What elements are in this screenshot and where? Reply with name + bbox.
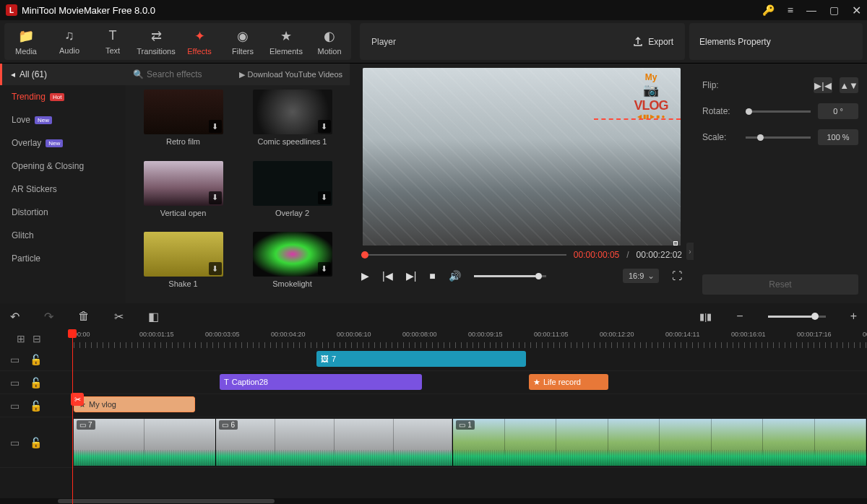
category-item[interactable]: LoveNew	[0, 108, 126, 131]
tab-motion[interactable]: ◐Motion	[308, 26, 351, 57]
time-ruler[interactable]: 00:0000:00:01:1500:00:03:0500:00:04:2000…	[58, 329, 867, 348]
category-item[interactable]: Glitch	[0, 224, 126, 247]
preview-viewport[interactable]: My 📷 VLOG ◀ ▮▮ ▶ ■ ●	[363, 68, 681, 246]
tab-filters[interactable]: ◉Filters	[221, 26, 264, 57]
timeline-collapse-button[interactable]: ⊟	[33, 333, 41, 344]
crop-button[interactable]: ◧	[148, 310, 159, 323]
zoom-slider[interactable]	[768, 316, 826, 318]
vlog-sticker-overlay[interactable]: My 📷 VLOG ◀ ▮▮ ▶ ■ ●	[626, 72, 676, 123]
download-icon[interactable]: ⬇	[318, 120, 331, 133]
prev-frame-button[interactable]: |◀	[382, 270, 393, 282]
seek-bar[interactable]	[361, 254, 566, 256]
delete-button[interactable]: 🗑	[78, 310, 90, 323]
volume-icon[interactable]: 🔊	[449, 270, 461, 282]
menu-icon[interactable]: ≡	[788, 4, 793, 16]
download-icon[interactable]: ⬇	[318, 191, 331, 204]
zoom-in-button[interactable]: +	[850, 310, 857, 323]
lock-icon[interactable]: 🔓	[30, 400, 42, 412]
video-clip[interactable]: ▭7	[74, 419, 216, 466]
close-button[interactable]: ✕	[852, 4, 861, 17]
effects-browser: 🔍 ▶ Download YouTube Videos ⬇Retro film⬇…	[126, 64, 350, 303]
lock-icon[interactable]: 🔓	[30, 354, 42, 365]
lock-icon[interactable]: 🔓	[30, 437, 42, 448]
star-icon: ★	[533, 378, 540, 387]
selected-clip[interactable]: ★My vlog	[74, 396, 195, 412]
category-item[interactable]: Distortion	[0, 201, 126, 224]
track-type-icon: ▭	[10, 437, 20, 448]
volume-slider[interactable]	[474, 275, 546, 277]
timeline-add-button[interactable]: ⊞	[17, 333, 25, 344]
lock-icon[interactable]: 🔓	[30, 377, 42, 388]
fit-button[interactable]: ▮|▮	[699, 311, 712, 322]
category-item[interactable]: Opening & Closing	[0, 155, 126, 178]
youtube-icon: ▶	[239, 70, 245, 79]
resize-handle[interactable]	[673, 241, 678, 246]
scale-value[interactable]: 100 %	[818, 129, 858, 145]
category-sidebar: ◂ All (61) TrendingHotLoveNewOverlayNewO…	[0, 64, 126, 303]
effect-thumb[interactable]: ⬇Shake 1	[133, 232, 233, 299]
sparkle-icon: ✦	[194, 28, 205, 44]
stop-button[interactable]: ■	[429, 270, 435, 282]
tab-transitions[interactable]: ⇄Transitions	[134, 26, 178, 57]
download-icon[interactable]: ⬇	[209, 191, 222, 204]
text-clip[interactable]: TCaption28	[220, 374, 422, 390]
youtube-download-link[interactable]: ▶ Download YouTube Videos	[239, 70, 343, 79]
flip-horizontal-button[interactable]: ▶|◀	[814, 77, 832, 93]
timeline-scrollbar[interactable]	[0, 498, 867, 504]
aspect-select[interactable]: 16:9	[623, 269, 659, 283]
effect-thumb[interactable]: ⬇Vertical open	[133, 161, 233, 228]
top-toolbar: 📁Media♫AudioTText⇄Transitions✦Effects◉Fi…	[0, 20, 867, 64]
rotate-label: Rotate:	[702, 106, 738, 116]
element-clip[interactable]: ★Life record	[529, 374, 608, 390]
film-icon: ▭	[79, 421, 86, 429]
flip-label: Flip:	[702, 80, 738, 90]
rotate-slider[interactable]	[746, 110, 811, 113]
effect-thumb[interactable]: ⬇Retro film	[133, 90, 233, 157]
video-clip[interactable]: ▭1	[453, 419, 867, 466]
split-button[interactable]: ✂	[114, 310, 124, 323]
category-all[interactable]: ◂ All (61)	[0, 64, 126, 85]
play-button[interactable]: ▶	[361, 270, 369, 282]
reset-button[interactable]: Reset	[702, 274, 858, 295]
export-button[interactable]: Export	[632, 36, 673, 48]
category-item[interactable]: AR Stickers	[0, 178, 126, 201]
player-header: Player Export	[360, 23, 685, 60]
category-item[interactable]: Particle	[0, 247, 126, 270]
image-clip[interactable]: 🖼7	[316, 351, 526, 367]
tab-effects[interactable]: ✦Effects	[178, 26, 221, 57]
tab-text[interactable]: TText	[91, 26, 134, 57]
filters-icon: ◉	[237, 28, 249, 44]
text-icon: T	[224, 378, 229, 386]
flip-vertical-button[interactable]: ▲▼	[840, 77, 858, 93]
panel-collapse-toggle[interactable]: ›	[686, 243, 694, 260]
text-icon: T	[109, 28, 117, 43]
video-clip[interactable]: ▭6	[216, 419, 453, 466]
download-icon[interactable]: ⬇	[318, 262, 331, 275]
effect-thumb[interactable]: ⬇Comic speedlines 1	[242, 90, 342, 157]
search-icon: 🔍	[133, 69, 144, 79]
category-item[interactable]: TrendingHot	[0, 85, 126, 108]
tab-audio[interactable]: ♫Audio	[48, 26, 91, 57]
tab-elements[interactable]: ★Elements	[264, 26, 308, 57]
key-icon[interactable]: 🔑	[762, 4, 775, 16]
zoom-out-button[interactable]: −	[736, 310, 743, 323]
scale-slider[interactable]	[746, 136, 811, 139]
effect-thumb[interactable]: ⬇Overlay 2	[242, 161, 342, 228]
download-icon[interactable]: ⬇	[209, 262, 222, 275]
category-item[interactable]: OverlayNew	[0, 131, 126, 155]
effect-thumb[interactable]: ⬇Smokelight	[242, 232, 342, 299]
search-wrap[interactable]: 🔍	[133, 69, 233, 79]
redo-button[interactable]: ↷	[44, 310, 53, 323]
download-icon[interactable]: ⬇	[209, 120, 222, 133]
undo-button[interactable]: ↶	[10, 310, 20, 323]
playhead[interactable]	[72, 329, 73, 504]
rotate-value[interactable]: 0 °	[818, 103, 858, 119]
current-time: 00:00:00:05	[574, 250, 619, 260]
tab-media[interactable]: 📁Media	[4, 26, 48, 57]
minimize-button[interactable]: —	[806, 4, 816, 16]
search-input[interactable]	[147, 69, 219, 79]
next-frame-button[interactable]: ▶|	[406, 270, 417, 282]
music-icon: ♫	[64, 28, 74, 43]
fullscreen-button[interactable]: ⛶	[672, 270, 682, 282]
maximize-button[interactable]: ▢	[829, 4, 839, 16]
